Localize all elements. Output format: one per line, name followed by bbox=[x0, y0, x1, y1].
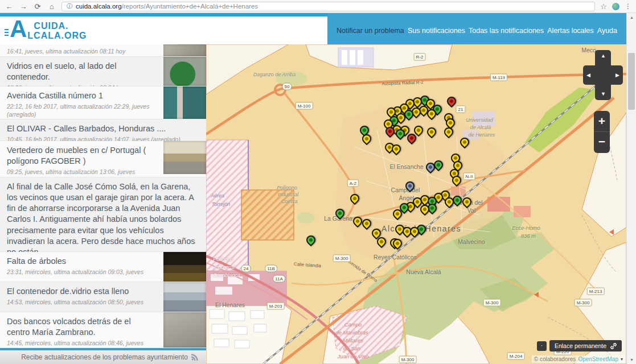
report-thumbnail bbox=[163, 141, 206, 174]
report-title: Al final de la Calle José Cómo Solá, en … bbox=[7, 181, 200, 258]
report-list-item[interactable]: Vertedero de muebles en c/ Portugal ( po… bbox=[0, 141, 206, 177]
attribution-caret-icon[interactable]: ▾ bbox=[621, 357, 623, 362]
road-shield: M-119 bbox=[490, 74, 507, 81]
browser-chrome: ← → ⟳ ⌂ ⓘ cuida.alcala.org/reports/Ayunt… bbox=[0, 0, 636, 13]
map-label: Polígono bbox=[213, 257, 233, 262]
nav-notificar-un-problema[interactable]: Notificar un problema bbox=[337, 27, 404, 35]
map-pan-control: ▲ ▼ ◀ ▶ bbox=[583, 50, 623, 100]
report-thumbnail bbox=[163, 282, 206, 312]
rss-updates-bar[interactable]: Recibe actualizaciones de los problemas … bbox=[0, 348, 206, 364]
home-icon[interactable]: ⌂ bbox=[47, 3, 56, 10]
report-list-item[interactable]: Dos bancos volcados detrás de el centro … bbox=[0, 312, 206, 348]
pan-up-icon[interactable]: ▲ bbox=[601, 53, 606, 59]
page-scrollbar[interactable]: ▲ ▼ bbox=[626, 13, 636, 364]
map-attribution: © colaboradores OpenStreetMap ▾ bbox=[532, 355, 625, 363]
zoom-in-button[interactable]: + bbox=[594, 111, 610, 131]
report-list: 16:41, jueves, ultima actualización 08:1… bbox=[0, 44, 206, 348]
road-shield: 24 bbox=[241, 265, 251, 272]
scroll-down-icon[interactable]: ▼ bbox=[627, 355, 636, 364]
report-title: El OLIVAR - Calles Barbados, Honduras ..… bbox=[7, 123, 200, 134]
rss-updates-label: Recibe actualizaciones de los problemas … bbox=[21, 353, 188, 361]
permalink-dot-button[interactable]: · bbox=[537, 341, 547, 351]
map[interactable]: MecoDaganzo de ArribaAutopista Radial R-… bbox=[206, 44, 626, 364]
page-info-icon[interactable]: ⓘ bbox=[67, 2, 72, 10]
rss-icon bbox=[191, 354, 198, 361]
map-label: Universidad bbox=[466, 117, 493, 123]
osm-link[interactable]: OpenStreetMap bbox=[578, 356, 618, 362]
scrollbar-thumb[interactable] bbox=[628, 53, 635, 110]
logo-lines-icon bbox=[5, 28, 9, 36]
map-label: Avenida de Roma bbox=[346, 258, 378, 283]
map-label: Juan de Viso bbox=[338, 353, 369, 359]
map-label: Autopista Radial R-2 bbox=[381, 80, 424, 86]
map-label: El Henares bbox=[215, 301, 245, 308]
road-shield: 50 bbox=[282, 83, 292, 90]
road-shield: 11B bbox=[265, 265, 277, 272]
pan-right-icon[interactable]: ▶ bbox=[616, 73, 619, 78]
map-pin[interactable] bbox=[360, 217, 374, 230]
main-nav: Notificar un problema Sus notificaciones… bbox=[327, 13, 626, 44]
map-label: Casablanca bbox=[213, 272, 240, 278]
map-label: Aérea bbox=[211, 193, 224, 198]
attribution-text: © colaboradores bbox=[534, 356, 576, 362]
map-label: Cointra bbox=[281, 198, 297, 204]
map-pin[interactable] bbox=[305, 234, 318, 247]
nav-sus-notificaciones[interactable]: Sus notificaciones bbox=[408, 27, 465, 35]
road-shield: M-300 bbox=[399, 356, 417, 363]
road-shield: M-300 bbox=[333, 255, 351, 262]
map-label: Malvecino bbox=[458, 238, 485, 245]
map-pin[interactable] bbox=[404, 180, 417, 193]
road-shield: A-2 bbox=[347, 180, 359, 187]
road-shield: 21 bbox=[456, 106, 466, 113]
map-pin[interactable] bbox=[348, 192, 362, 205]
zoom-out-button[interactable]: − bbox=[594, 131, 610, 151]
scroll-up-icon[interactable]: ▲ bbox=[627, 13, 636, 22]
map-pin[interactable] bbox=[425, 126, 438, 139]
report-list-item[interactable]: Vidrios en el suelo, al lado del contene… bbox=[0, 57, 206, 86]
map-label: Polígono bbox=[277, 185, 297, 191]
pan-down-icon[interactable]: ▼ bbox=[601, 92, 606, 97]
report-thumbnail bbox=[163, 57, 206, 86]
pan-left-icon[interactable]: ◀ bbox=[586, 73, 590, 78]
report-list-item[interactable]: Al final de la Calle José Cómo Solá, en … bbox=[0, 177, 206, 252]
nav-alertas-locales[interactable]: Alertas locales bbox=[547, 27, 593, 35]
report-thumbnail bbox=[163, 86, 206, 119]
map-label: Campo bbox=[344, 321, 362, 328]
back-icon[interactable]: ← bbox=[5, 3, 14, 10]
map-label: Ecce-Homo bbox=[512, 225, 540, 231]
map-label: Industrial bbox=[278, 192, 299, 197]
page: A CUIDA. LCALA.ORG Notificar un problema… bbox=[0, 13, 636, 364]
extension-globe-icon[interactable] bbox=[612, 3, 619, 10]
bookmark-star-icon[interactable]: ☆ bbox=[600, 2, 607, 11]
report-list-item[interactable]: Avenida Castilla número 1 22:12, 16 feb … bbox=[0, 86, 206, 119]
report-list-item[interactable]: 16:41, jueves, ultima actualización 08:1… bbox=[0, 44, 206, 57]
road-shield: N-II bbox=[463, 173, 475, 180]
refresh-icon[interactable]: ⟳ bbox=[33, 3, 42, 10]
map-pin[interactable] bbox=[461, 196, 474, 209]
address-bar[interactable]: ⓘ cuida.alcala.org/reports/Ayuntamiento+… bbox=[61, 2, 595, 11]
report-list-item[interactable]: El OLIVAR - Calles Barbados, Honduras ..… bbox=[0, 119, 206, 141]
map-label: de Henares bbox=[469, 132, 495, 138]
map-pin[interactable] bbox=[458, 136, 471, 149]
url-host: cuida.alcala.org bbox=[76, 3, 122, 10]
permalink-button[interactable]: Enlace permanente bbox=[549, 340, 622, 351]
map-pin[interactable] bbox=[442, 126, 456, 139]
site-logo[interactable]: A CUIDA. LCALA.ORG bbox=[5, 18, 87, 41]
forward-icon[interactable]: → bbox=[19, 3, 28, 10]
map-pin[interactable] bbox=[334, 207, 347, 220]
nav-todas-las-notificaciones[interactable]: Todas las notificaciones bbox=[469, 27, 544, 35]
map-label: 836 m bbox=[521, 233, 536, 239]
map-label: Daganzo de Arriba bbox=[253, 72, 296, 77]
report-list-item[interactable]: El contenedor de.vidrio esta lleno 14:53… bbox=[0, 282, 206, 312]
map-overlay: MecoDaganzo de ArribaAutopista Radial R-… bbox=[206, 44, 626, 364]
map-label: Val bbox=[467, 207, 475, 214]
map-label: El Ensanche bbox=[390, 163, 424, 170]
map-label: Nueva Alcalá bbox=[406, 268, 441, 275]
browser-menu-icon[interactable]: ⋮ bbox=[625, 2, 631, 10]
permalink-row: · Enlace permanente bbox=[537, 340, 622, 351]
road-shield: M-204 bbox=[507, 353, 525, 360]
nav-ayuda[interactable]: Ayuda bbox=[597, 27, 617, 35]
report-list-item[interactable]: Falta de árboles 23:31, miércoles, ultim… bbox=[0, 252, 206, 282]
road-shield: M-300 bbox=[575, 299, 592, 307]
report-thumbnail bbox=[163, 44, 206, 56]
